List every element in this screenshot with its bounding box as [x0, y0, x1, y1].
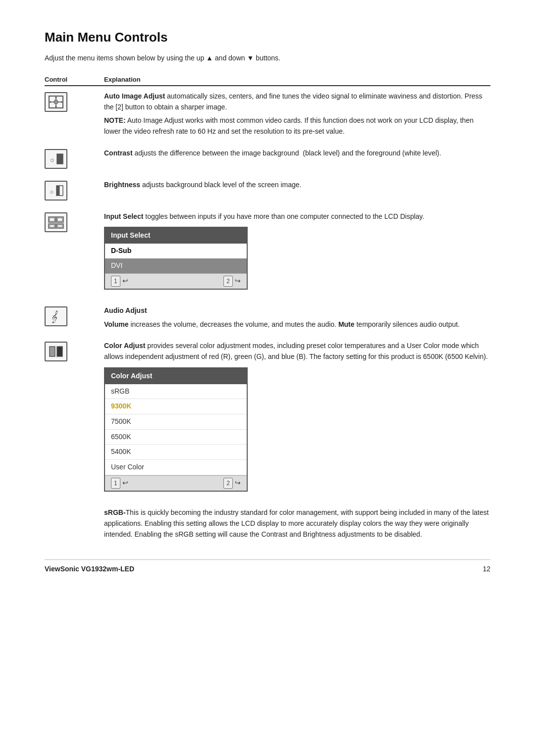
text-color-adjust: Color Adjust provides several color adju… [104, 341, 490, 497]
svg-rect-17 [57, 218, 62, 221]
input-select-item-dsub: D-Sub [105, 244, 247, 258]
color-adjust-popup-header: Color Adjust [105, 368, 247, 384]
text-audio-adjust: Audio Adjust Volume increases the volume… [104, 305, 490, 330]
text-brightness: Brightness adjusts background black leve… [104, 180, 490, 191]
color-footer-btn-2: 2 ↪ [223, 478, 241, 489]
color-adjust-icon [45, 342, 67, 361]
header-control: Control [45, 76, 104, 83]
svg-rect-23 [50, 347, 55, 356]
row-input-select: Input Select toggles between inputs if y… [45, 211, 490, 295]
color-footer-btn-1: 1 ↩ [111, 478, 128, 489]
row-color-adjust: Color Adjust provides several color adju… [45, 341, 490, 497]
input-select-item-dvi: DVI [105, 258, 247, 273]
color-adjust-popup: Color Adjust sRGB 9300K 7500K 6500K 5400… [104, 367, 248, 492]
btn-num-2: 2 [223, 276, 233, 287]
svg-text:☼: ☼ [49, 155, 55, 163]
contrast-icon: ☼ [45, 149, 67, 169]
color-adjust-popup-footer: 1 ↩ 2 ↪ [105, 475, 247, 491]
svg-rect-24 [57, 347, 62, 356]
footer-btn-2: 2 ↪ [223, 276, 241, 287]
brand-name: ViewSonic [45, 565, 79, 573]
row-brightness: ☼ Brightness adjusts background black le… [45, 180, 490, 201]
input-select-icon [45, 212, 67, 232]
input-select-popup-footer: 1 ↩ 2 ↪ [105, 273, 247, 289]
icon-cell-input [45, 211, 104, 232]
input-select-popup-header: Input Select [105, 228, 247, 244]
color-btn-icon-1: ↩ [122, 478, 128, 489]
text-srgb-desc: sRGB-This is quickly becoming the indust… [104, 507, 490, 540]
text-contrast: Contrast adjusts the difference between … [104, 148, 490, 159]
model-name: VG1932wm-LED [81, 565, 134, 573]
main-table: Control Explanation Auto Image Adjust au… [45, 76, 490, 540]
color-btn-num-1: 1 [111, 478, 120, 489]
icon-cell-brightness: ☼ [45, 180, 104, 201]
color-item-7500k: 7500K [105, 414, 247, 430]
row-auto-image-adjust: Auto Image Adjust automatically sizes, c… [45, 91, 490, 137]
page-title: Main Menu Controls [45, 30, 490, 45]
text-auto-image-adjust: Auto Image Adjust automatically sizes, c… [104, 91, 490, 137]
icon-cell-contrast: ☼ [45, 148, 104, 169]
svg-rect-13 [56, 186, 60, 196]
table-header: Control Explanation [45, 76, 490, 86]
footer-btn-1: 1 ↩ [111, 276, 128, 287]
color-item-5400k: 5400K [105, 445, 247, 460]
icon-cell-audio: 𝄞 [45, 305, 104, 326]
svg-rect-21 [57, 225, 62, 227]
auto-image-adjust-icon [45, 92, 67, 112]
color-item-9300k: 9300K [105, 399, 247, 414]
color-item-user-color: User Color [105, 460, 247, 475]
icon-cell-color [45, 341, 104, 361]
text-input-select: Input Select toggles between inputs if y… [104, 211, 490, 295]
btn-num-1: 1 [111, 276, 120, 287]
row-srgb-desc: sRGB-This is quickly becoming the indust… [45, 507, 490, 540]
btn-icon-1: ↩ [122, 276, 128, 287]
svg-text:☼: ☼ [49, 188, 54, 195]
svg-rect-9 [57, 154, 63, 164]
footer-page-number: 12 [482, 565, 490, 573]
color-item-6500k: 6500K [105, 430, 247, 445]
color-item-srgb: sRGB [105, 384, 247, 400]
row-audio-adjust: 𝄞 Audio Adjust Volume increases the volu… [45, 305, 490, 330]
svg-text:𝄞: 𝄞 [51, 310, 58, 323]
svg-rect-15 [50, 218, 54, 221]
audio-adjust-icon: 𝄞 [45, 306, 67, 326]
svg-rect-19 [50, 225, 54, 227]
color-btn-icon-2: ↪ [235, 478, 241, 489]
input-select-popup: Input Select D-Sub DVI 1 ↩ 2 ↪ [104, 227, 248, 290]
color-btn-num-2: 2 [223, 478, 233, 489]
brightness-icon: ☼ [45, 181, 67, 201]
btn-icon-2: ↪ [235, 276, 241, 287]
footer-brand: ViewSonic VG1932wm-LED [45, 565, 134, 573]
row-contrast: ☼ Contrast adjusts the difference betwee… [45, 148, 490, 169]
icon-cell-srgb-empty [45, 507, 104, 508]
header-explanation: Explanation [104, 76, 490, 83]
intro-text: Adjust the menu items shown below by usi… [45, 54, 490, 62]
icon-cell-auto [45, 91, 104, 112]
page-footer: ViewSonic VG1932wm-LED 12 [45, 559, 490, 573]
